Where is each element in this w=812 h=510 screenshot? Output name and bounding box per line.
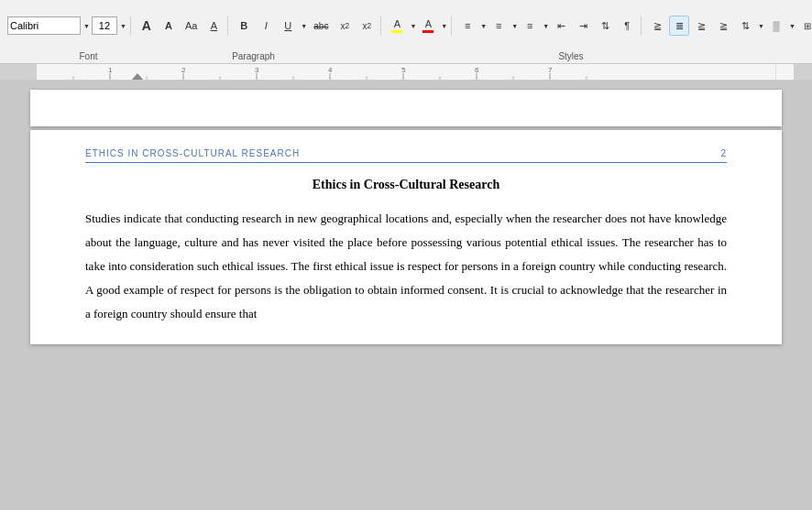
- grow-font-button[interactable]: A: [137, 16, 157, 36]
- borders-button[interactable]: ⊞: [797, 16, 812, 36]
- text-highlight-button[interactable]: A: [387, 16, 407, 36]
- highlight-icon: A: [391, 18, 402, 33]
- font-size-dropdown[interactable]: ▼: [120, 23, 126, 29]
- font-color-button[interactable]: A: [418, 16, 438, 36]
- svg-text:1: 1: [108, 66, 113, 74]
- bullets-button[interactable]: ≡: [457, 16, 477, 36]
- ruler-svg: 1 2 3 4 5 6 7: [0, 64, 812, 81]
- align-right-button[interactable]: ≧: [691, 16, 711, 36]
- font-size-input[interactable]: [92, 16, 117, 35]
- svg-text:2: 2: [181, 66, 186, 74]
- numbering-button[interactable]: ≡: [488, 16, 509, 36]
- font-name-dropdown[interactable]: ▼: [83, 23, 90, 29]
- svg-text:3: 3: [255, 66, 259, 74]
- align-left-button[interactable]: ≧: [647, 16, 667, 36]
- italic-button[interactable]: I: [256, 16, 276, 36]
- svg-text:7: 7: [548, 66, 553, 74]
- paragraph-group: ≡ ▼ ≡ ▼ ≡ ▼ ⇤ ⇥ ⇅ ¶: [454, 16, 642, 36]
- superscript-button[interactable]: x2: [357, 16, 377, 36]
- font-color-icon: A: [422, 18, 433, 33]
- page-number: 2: [720, 148, 727, 158]
- svg-text:6: 6: [475, 66, 479, 74]
- shrink-font-button[interactable]: A: [159, 16, 179, 36]
- multilevel-dropdown[interactable]: ▼: [543, 23, 549, 29]
- ruler: 1 2 3 4 5 6 7: [0, 64, 812, 81]
- svg-text:5: 5: [401, 66, 406, 74]
- styles-section-label: Styles: [334, 51, 808, 61]
- clear-format-button[interactable]: A: [203, 16, 224, 36]
- font-section-label: Font: [4, 51, 173, 61]
- highlight-dropdown[interactable]: ▼: [410, 23, 416, 29]
- underline-dropdown[interactable]: ▼: [301, 23, 307, 29]
- subscript-button[interactable]: x2: [335, 16, 355, 36]
- bullets-dropdown[interactable]: ▼: [480, 23, 487, 29]
- underline-button[interactable]: U: [278, 16, 298, 36]
- multilevel-button[interactable]: ≡: [520, 16, 540, 36]
- font-format-group: B I U ▼ abc x2 x2: [230, 16, 381, 36]
- decrease-indent-button[interactable]: ⇤: [551, 16, 571, 36]
- alignment-group: ≧ ≣ ≧ ≧ ⇅ ▼ ▒ ▼ ⊞ ▼: [643, 16, 812, 36]
- line-spacing-button[interactable]: ⇅: [735, 16, 755, 36]
- shading-dropdown[interactable]: ▼: [789, 23, 796, 29]
- svg-rect-2: [37, 64, 775, 81]
- font-size-group: A A Aa A: [133, 16, 228, 36]
- header-text: ETHICS IN CROSS-CULTURAL RESEARCH: [85, 148, 300, 158]
- shading-button[interactable]: ▒: [766, 16, 786, 36]
- page-title: Ethics in Cross-Cultural Research: [85, 178, 727, 192]
- font-color-dropdown[interactable]: ▼: [441, 23, 447, 29]
- page-body[interactable]: Studies indicate that conducting researc…: [85, 207, 727, 326]
- show-para-button[interactable]: ¶: [617, 16, 637, 36]
- section-labels-row: Font Paragraph Styles: [0, 51, 812, 63]
- page-top-partial: [30, 90, 782, 126]
- strikethrough-button[interactable]: abc: [309, 16, 333, 36]
- page-main[interactable]: ETHICS IN CROSS-CULTURAL RESEARCH 2 Ethi…: [30, 130, 782, 344]
- change-case-button[interactable]: Aa: [181, 16, 202, 36]
- svg-text:4: 4: [328, 66, 333, 74]
- line-spacing-dropdown[interactable]: ▼: [758, 23, 764, 29]
- justify-button[interactable]: ≧: [713, 16, 733, 36]
- page-header: ETHICS IN CROSS-CULTURAL RESEARCH 2: [85, 148, 727, 163]
- para-section-label: Paragraph: [173, 51, 334, 61]
- ruler-inner: 1 2 3 4 5 6 7: [0, 64, 812, 80]
- sort-button[interactable]: ⇅: [595, 16, 615, 36]
- bold-button[interactable]: B: [234, 16, 254, 36]
- text-color-group: A ▼ A ▼: [383, 16, 452, 36]
- font-name-input[interactable]: [7, 16, 81, 35]
- font-name-group: ▼ ▼: [4, 16, 131, 35]
- numbering-dropdown[interactable]: ▼: [511, 23, 518, 29]
- increase-indent-button[interactable]: ⇥: [573, 16, 593, 36]
- align-center-button[interactable]: ≣: [669, 16, 689, 36]
- document-area: ETHICS IN CROSS-CULTURAL RESEARCH 2 Ethi…: [0, 81, 812, 510]
